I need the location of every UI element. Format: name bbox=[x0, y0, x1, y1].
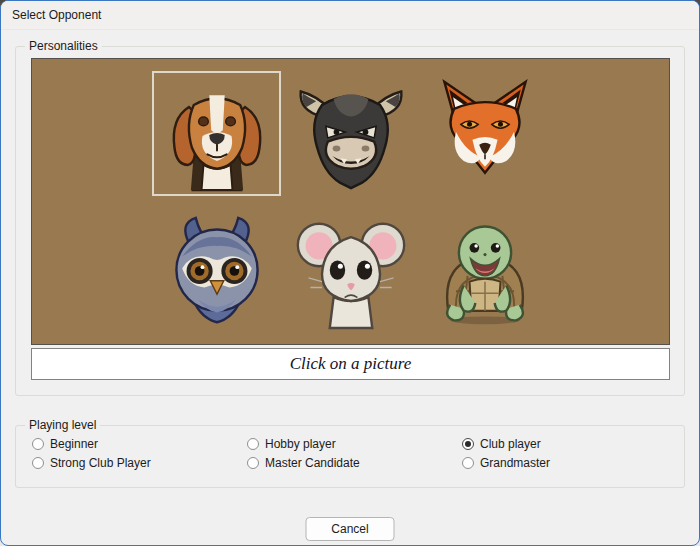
window-title: Select Opponent bbox=[12, 8, 101, 22]
bull-icon bbox=[293, 76, 409, 192]
dog-icon bbox=[159, 76, 275, 192]
radio-icon[interactable] bbox=[32, 457, 44, 469]
radio-label: Club player bbox=[480, 437, 541, 451]
radio-label: Master Candidate bbox=[265, 456, 360, 470]
fox-icon bbox=[427, 76, 543, 192]
radio-icon[interactable] bbox=[247, 457, 259, 469]
radio-option-beginner[interactable]: Beginner bbox=[32, 436, 98, 452]
titlebar[interactable]: Select Opponent bbox=[1, 1, 699, 30]
radio-option-hobby-player[interactable]: Hobby player bbox=[247, 436, 336, 452]
avatar-panel bbox=[31, 58, 670, 345]
select-opponent-dialog: Select Opponent Personalities bbox=[0, 0, 700, 546]
avatar-mouse[interactable] bbox=[286, 209, 415, 334]
radio-label: Strong Club Player bbox=[50, 456, 151, 470]
hint-bar: Click on a picture bbox=[31, 348, 670, 380]
avatar-row-top bbox=[32, 71, 669, 196]
radio-option-grandmaster[interactable]: Grandmaster bbox=[462, 455, 550, 471]
avatar-row-bottom bbox=[32, 209, 669, 334]
avatar-fox[interactable] bbox=[420, 71, 549, 196]
radio-icon[interactable] bbox=[462, 438, 474, 450]
avatar-bull[interactable] bbox=[286, 71, 415, 196]
playing-level-groupbox: Playing level Beginner Strong Club Playe… bbox=[15, 425, 685, 488]
avatar-owl[interactable] bbox=[152, 209, 281, 334]
personalities-groupbox: Personalities bbox=[15, 46, 685, 396]
radio-icon[interactable] bbox=[32, 438, 44, 450]
playing-level-label: Playing level bbox=[25, 418, 100, 433]
radio-option-master-candidate[interactable]: Master Candidate bbox=[247, 455, 360, 471]
hint-text: Click on a picture bbox=[290, 354, 412, 374]
cancel-button[interactable]: Cancel bbox=[306, 517, 395, 541]
avatar-turtle[interactable] bbox=[420, 209, 549, 334]
mouse-icon bbox=[293, 214, 409, 330]
radio-label: Grandmaster bbox=[480, 456, 550, 470]
radio-option-strong-club-player[interactable]: Strong Club Player bbox=[32, 455, 151, 471]
turtle-icon bbox=[427, 214, 543, 330]
personalities-label: Personalities bbox=[25, 39, 102, 54]
radio-option-club-player[interactable]: Club player bbox=[462, 436, 541, 452]
radio-icon[interactable] bbox=[247, 438, 259, 450]
radio-icon[interactable] bbox=[462, 457, 474, 469]
radio-label: Beginner bbox=[50, 437, 98, 451]
radio-label: Hobby player bbox=[265, 437, 336, 451]
owl-icon bbox=[159, 214, 275, 330]
avatar-dog[interactable] bbox=[152, 71, 281, 196]
